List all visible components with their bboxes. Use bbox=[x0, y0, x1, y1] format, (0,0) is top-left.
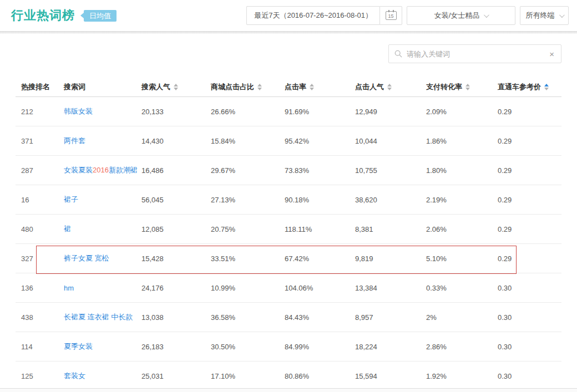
column-header[interactable]: 点击率 bbox=[285, 82, 355, 92]
sort-icon[interactable] bbox=[310, 84, 314, 90]
pay-conversion-cell: 2.19% bbox=[426, 196, 498, 204]
hot-words-table: 热搜排名 搜索词 搜索人气 商城点击占比 点击率 点击人气 支付转化率 直通车参… bbox=[16, 78, 561, 391]
mall-click-ratio-cell: 30.50% bbox=[211, 343, 285, 351]
keyword-link[interactable]: 裤子女夏 宽松 bbox=[64, 254, 109, 262]
mall-click-ratio-cell: 10.99% bbox=[211, 284, 285, 292]
click-rate-cell: 95.42% bbox=[285, 137, 355, 145]
ztc-price-cell: 0.29 bbox=[498, 196, 561, 204]
column-header[interactable]: 支付转化率 bbox=[426, 82, 498, 92]
keyword-link[interactable]: 裙 bbox=[64, 225, 71, 233]
column-header-label: 搜索人气 bbox=[141, 82, 170, 92]
column-header-label: 热搜排名 bbox=[21, 82, 50, 92]
pay-conversion-cell: 1.86% bbox=[426, 137, 498, 145]
column-header-label: 点击率 bbox=[285, 82, 306, 92]
table-row: 136 hm 24,176 10.99% 104.06% 13,384 0.33… bbox=[16, 273, 561, 303]
column-header[interactable]: 直通车参考价 bbox=[498, 82, 561, 92]
column-header[interactable]: 商城点击占比 bbox=[211, 82, 285, 92]
ztc-price-cell: 0.30 bbox=[498, 343, 561, 351]
date-range-button[interactable]: 最近7天（2016-07-26~2016-08-01） bbox=[246, 6, 379, 25]
column-header-label: 支付转化率 bbox=[426, 82, 462, 92]
click-rate-cell: 84.99% bbox=[285, 343, 355, 351]
search-input[interactable] bbox=[407, 50, 548, 58]
chevron-down-icon bbox=[559, 12, 564, 18]
search-icon bbox=[394, 50, 402, 58]
click-volume-cell: 9,819 bbox=[355, 254, 426, 263]
bottom-divider bbox=[0, 388, 577, 392]
sort-icon[interactable] bbox=[544, 84, 549, 90]
column-header: 热搜排名 bbox=[16, 82, 64, 92]
keyword-link[interactable]: 长裙夏 连衣裙 中长款 bbox=[64, 313, 133, 321]
keyword-link[interactable]: 套装女 bbox=[64, 371, 85, 380]
column-header[interactable]: 点击人气 bbox=[355, 82, 426, 92]
category-dropdown-label: 女装/女士精品 bbox=[434, 11, 480, 21]
table-body: 212 韩版女装 20,133 26.66% 91.69% 12,949 2.0… bbox=[16, 97, 561, 391]
sort-icon[interactable] bbox=[465, 84, 470, 90]
sort-icon[interactable] bbox=[257, 84, 262, 90]
mall-click-ratio-cell: 17.10% bbox=[211, 372, 285, 380]
mall-click-ratio-cell: 33.51% bbox=[211, 254, 285, 263]
click-rate-cell: 80.86% bbox=[285, 372, 355, 380]
rank-cell: 327 bbox=[16, 254, 64, 263]
table-row: 287 女装夏装2016新款潮裙 16,486 29.67% 73.83% 10… bbox=[16, 156, 561, 185]
date-range-group: 最近7天（2016-07-26~2016-08-01） 15 bbox=[246, 6, 402, 25]
sort-icon[interactable] bbox=[174, 84, 178, 90]
category-dropdown[interactable]: 女装/女士精品 bbox=[407, 6, 515, 25]
rank-cell: 114 bbox=[16, 343, 64, 351]
search-volume-cell: 12,085 bbox=[141, 225, 211, 233]
clear-icon[interactable]: × bbox=[548, 49, 555, 59]
topbar-controls: 最近7天（2016-07-26~2016-08-01） 15 女装/女士精品 所… bbox=[246, 6, 569, 25]
keyword-link[interactable]: 裙子 bbox=[64, 195, 78, 203]
click-rate-cell: 104.06% bbox=[285, 284, 355, 292]
column-header-label: 商城点击占比 bbox=[211, 82, 254, 92]
click-volume-cell: 38,620 bbox=[355, 196, 426, 204]
keyword-link[interactable]: hm bbox=[64, 284, 74, 292]
keyword-link[interactable]: 女装夏装2016新款潮裙 bbox=[64, 166, 138, 174]
click-volume-cell: 8,957 bbox=[355, 313, 426, 322]
pay-conversion-cell: 1.80% bbox=[426, 166, 498, 175]
table-row: 327 裤子女夏 宽松 15,428 33.51% 67.42% 9,819 5… bbox=[16, 244, 561, 273]
column-header-label: 搜索词 bbox=[64, 82, 85, 92]
click-volume-cell: 12,949 bbox=[355, 108, 426, 116]
calendar-button[interactable]: 15 bbox=[379, 6, 402, 25]
rank-cell: 125 bbox=[16, 372, 64, 380]
rank-cell: 480 bbox=[16, 225, 64, 233]
terminal-dropdown[interactable]: 所有终端 bbox=[520, 6, 569, 25]
page-title: 行业热词榜 bbox=[11, 7, 75, 24]
sort-icon[interactable] bbox=[387, 84, 392, 90]
keyword-link[interactable]: 韩版女装 bbox=[64, 107, 93, 115]
mall-click-ratio-cell: 29.67% bbox=[211, 166, 285, 175]
rank-cell: 287 bbox=[16, 166, 64, 175]
rank-cell: 212 bbox=[16, 108, 64, 116]
pay-conversion-cell: 5.10% bbox=[426, 254, 498, 263]
mall-click-ratio-cell: 26.66% bbox=[211, 108, 285, 116]
column-header-label: 点击人气 bbox=[355, 82, 384, 92]
mall-click-ratio-cell: 36.58% bbox=[211, 313, 285, 322]
click-volume-cell: 18,224 bbox=[355, 343, 426, 351]
search-volume-cell: 13,038 bbox=[141, 313, 211, 322]
keyword-link[interactable]: 两件套 bbox=[64, 136, 85, 145]
click-rate-cell: 90.18% bbox=[285, 196, 355, 204]
table-row: 371 两件套 14,430 15.84% 95.42% 10,044 1.86… bbox=[16, 126, 561, 156]
search-volume-cell: 16,486 bbox=[141, 166, 211, 175]
terminal-dropdown-label: 所有终端 bbox=[526, 11, 555, 21]
search-volume-cell: 56,045 bbox=[141, 196, 211, 204]
table-row: 438 长裙夏 连衣裙 中长款 13,038 36.58% 84.43% 8,9… bbox=[16, 303, 561, 332]
ztc-price-cell: 0.30 bbox=[498, 372, 561, 380]
click-rate-cell: 73.83% bbox=[285, 166, 355, 175]
ztc-price-cell: 0.30 bbox=[498, 313, 561, 322]
table-row: 114 夏季女装 26,183 30.50% 84.99% 18,224 2.8… bbox=[16, 332, 561, 362]
pay-conversion-cell: 2.06% bbox=[426, 225, 498, 233]
column-header[interactable]: 搜索人气 bbox=[141, 82, 211, 92]
click-volume-cell: 8,381 bbox=[355, 225, 426, 233]
search-volume-cell: 15,428 bbox=[141, 254, 211, 263]
search-volume-cell: 24,176 bbox=[141, 284, 211, 292]
click-rate-cell: 84.43% bbox=[285, 313, 355, 322]
calendar-day-label: 15 bbox=[388, 13, 393, 19]
column-header: 搜索词 bbox=[64, 82, 141, 92]
calendar-icon: 15 bbox=[386, 11, 397, 20]
topbar-divider bbox=[0, 31, 577, 34]
keyword-link[interactable]: 夏季女装 bbox=[64, 342, 93, 350]
pay-conversion-cell: 0.33% bbox=[426, 284, 498, 292]
search-volume-cell: 14,430 bbox=[141, 137, 211, 145]
click-volume-cell: 10,755 bbox=[355, 166, 426, 175]
